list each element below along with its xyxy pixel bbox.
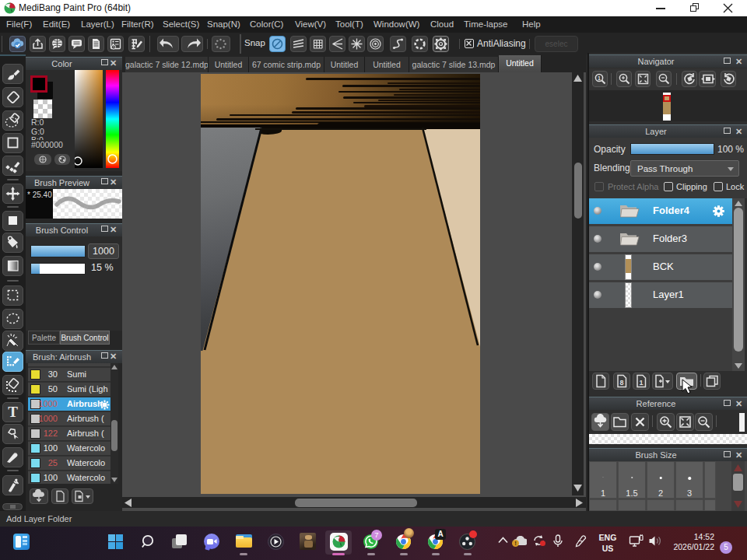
svg-text:1: 1 bbox=[639, 379, 643, 387]
svg-text:8: 8 bbox=[619, 379, 623, 387]
svg-text:1: 1 bbox=[598, 75, 601, 81]
